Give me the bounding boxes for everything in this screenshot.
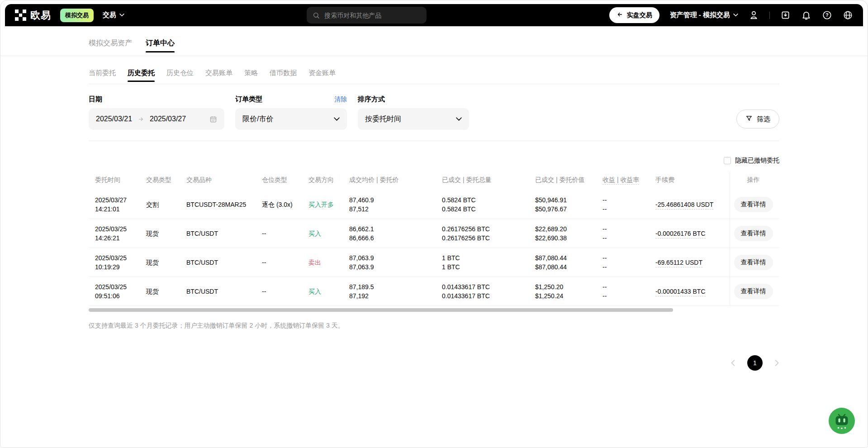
instrument: BTC/USDT <box>186 229 262 238</box>
hide-cancelled-row: 隐藏已撤销委托 <box>89 157 779 165</box>
fee: -0.00001433 BTC <box>655 287 730 296</box>
header-instrument: 交易品种 <box>186 172 262 190</box>
order-time: 2025/03/2714:21:01 <box>89 195 146 214</box>
language-globe-icon[interactable] <box>843 10 853 20</box>
order-row: 2025/03/2514:26:21 现货 BTC/USDT -- 买入 86,… <box>89 219 779 248</box>
order-center-content: 当前委托 历史委托 历史仓位 交易账单 策略 借币数据 资金账单 日期 2025… <box>89 69 779 371</box>
help-icon[interactable]: ? <box>822 10 832 20</box>
price: 87,189.587,192 <box>349 282 442 300</box>
demo-trading-badge: 模拟交易 <box>60 9 94 22</box>
green-mascot-icon <box>829 408 855 434</box>
subtab-trade-bills[interactable]: 交易账单 <box>205 69 232 84</box>
notifications-bell-icon[interactable] <box>801 10 811 20</box>
filter-button[interactable]: 筛选 <box>736 110 779 129</box>
header-side: 交易方向 <box>308 172 349 190</box>
pagination: 1 <box>89 355 779 371</box>
next-page-icon[interactable] <box>774 359 779 367</box>
price: 87,063.987,063.9 <box>349 253 442 272</box>
subtab-funding-bills[interactable]: 资金账单 <box>308 69 336 84</box>
order-row: 2025/03/2714:21:01 交割 BTCUSDT-28MAR25 逐仓… <box>89 190 779 219</box>
previous-page-icon[interactable] <box>730 359 735 367</box>
view-details-button[interactable]: 查看详情 <box>734 226 773 241</box>
navbar-divider <box>769 12 770 19</box>
svg-text:?: ? <box>825 12 828 18</box>
sort-select[interactable]: 按委托时间 <box>358 108 469 130</box>
subtab-strategy[interactable]: 策略 <box>244 69 258 84</box>
order-type-filter-group: 订单类型 清除 限价/市价 <box>235 95 347 130</box>
instrument: BTC/USDT <box>186 287 262 296</box>
quantity: 1 BTC1 BTC <box>442 253 535 272</box>
fee: -0.00026176 BTC <box>655 229 730 238</box>
order-time: 2025/03/2509:51:06 <box>89 282 146 300</box>
okx-logo[interactable]: 欧易 <box>15 9 51 22</box>
page-tabs: 模拟交易资产 订单中心 <box>89 26 779 56</box>
trade-type: 现货 <box>146 229 186 238</box>
download-app-icon[interactable] <box>780 10 791 20</box>
page-number-current[interactable]: 1 <box>747 355 763 371</box>
okx-logo-icon <box>15 10 26 21</box>
live-trading-button[interactable]: 实盘交易 <box>609 7 659 23</box>
navbar-left: 欧易 模拟交易 交易 <box>15 9 124 22</box>
order-type-select[interactable]: 限价/市价 <box>235 108 347 130</box>
horizontal-scrollbar[interactable] <box>89 308 673 312</box>
subtab-order-history[interactable]: 历史委托 <box>128 69 155 84</box>
quantity: 0.5824 BTC0.5824 BTC <box>442 195 535 214</box>
trade-type: 现货 <box>146 287 186 296</box>
price: 86,662.186,666.6 <box>349 224 442 243</box>
assets-account-menu[interactable]: 资产管理 - 模拟交易 <box>670 11 738 19</box>
fee: -69.65112 USDT <box>655 258 730 267</box>
order-time: 2025/03/2510:19:29 <box>89 253 146 272</box>
value: $22,689.20$22,690.38 <box>535 224 602 243</box>
value: $1,250.20$1,250.24 <box>535 282 602 300</box>
support-chat-button[interactable] <box>829 408 855 436</box>
margin-mode: -- <box>262 229 308 238</box>
top-navbar: 欧易 模拟交易 交易 实盘交易 资产 <box>5 4 863 26</box>
arrow-right-icon <box>138 116 144 122</box>
subtab-borrow-data[interactable]: 借币数据 <box>270 69 297 84</box>
date-filter-group: 日期 2025/03/21 2025/03/27 <box>89 95 224 130</box>
fee: -25.46861408 USDT <box>655 200 730 209</box>
side: 买入 <box>308 229 349 238</box>
tab-demo-assets[interactable]: 模拟交易资产 <box>89 38 132 56</box>
hide-cancelled-checkbox[interactable] <box>724 157 731 164</box>
order-sub-tabs: 当前委托 历史委托 历史仓位 交易账单 策略 借币数据 资金账单 <box>89 69 779 84</box>
header-margin-mode: 仓位类型 <box>262 172 308 190</box>
search-box[interactable] <box>307 7 427 24</box>
view-details-button[interactable]: 查看详情 <box>734 255 773 270</box>
hide-cancelled-label: 隐藏已撤销委托 <box>735 157 779 165</box>
navbar-right: 实盘交易 资产管理 - 模拟交易 ? <box>609 7 853 23</box>
header-order-time: 委托时间 <box>89 172 146 190</box>
chevron-down-icon <box>733 14 738 17</box>
tab-order-center[interactable]: 订单中心 <box>146 38 175 56</box>
history-retention-note: 仅支持查询最近 3 个月委托记录；用户主动撤销订单保留 2 小时，系统撤销订单保… <box>89 322 779 330</box>
calendar-icon <box>209 115 217 123</box>
date-range-picker[interactable]: 2025/03/21 2025/03/27 <box>89 108 224 130</box>
price: 87,460.987,512 <box>349 195 442 214</box>
date-label: 日期 <box>89 95 102 104</box>
header-pnl: 收益 | 收益率 <box>602 172 655 190</box>
quantity: 0.26176256 BTC0.26176256 BTC <box>442 224 535 243</box>
value: $50,946.91$50,976.67 <box>535 195 602 214</box>
subtab-position-history[interactable]: 历史仓位 <box>166 69 194 84</box>
sort-label: 排序方式 <box>358 95 385 104</box>
margin-mode: -- <box>262 258 308 267</box>
pnl: ---- <box>602 282 655 300</box>
quantity: 0.01433617 BTC0.01433617 BTC <box>442 282 535 300</box>
search-input[interactable] <box>324 12 421 19</box>
order-row: 2025/03/2510:19:29 现货 BTC/USDT -- 卖出 87,… <box>89 248 779 277</box>
user-profile-icon[interactable] <box>749 10 759 20</box>
chevron-down-icon <box>456 115 462 123</box>
header-filled-value: 已成交 | 委托价值 <box>535 172 602 190</box>
clear-filter-link[interactable]: 清除 <box>334 95 347 104</box>
view-details-button[interactable]: 查看详情 <box>734 284 773 299</box>
value: $87,080.44$87,080.44 <box>535 253 602 272</box>
chevron-down-icon <box>334 115 340 123</box>
instrument: BTCUSDT-28MAR25 <box>186 200 262 209</box>
side: 买入 <box>308 287 349 296</box>
date-from-value: 2025/03/21 <box>96 115 132 123</box>
subtab-open-orders[interactable]: 当前委托 <box>89 69 116 84</box>
view-details-button[interactable]: 查看详情 <box>734 197 773 212</box>
brand-name: 欧易 <box>30 9 51 22</box>
margin-mode: -- <box>262 287 308 296</box>
trade-menu[interactable]: 交易 <box>103 11 124 19</box>
